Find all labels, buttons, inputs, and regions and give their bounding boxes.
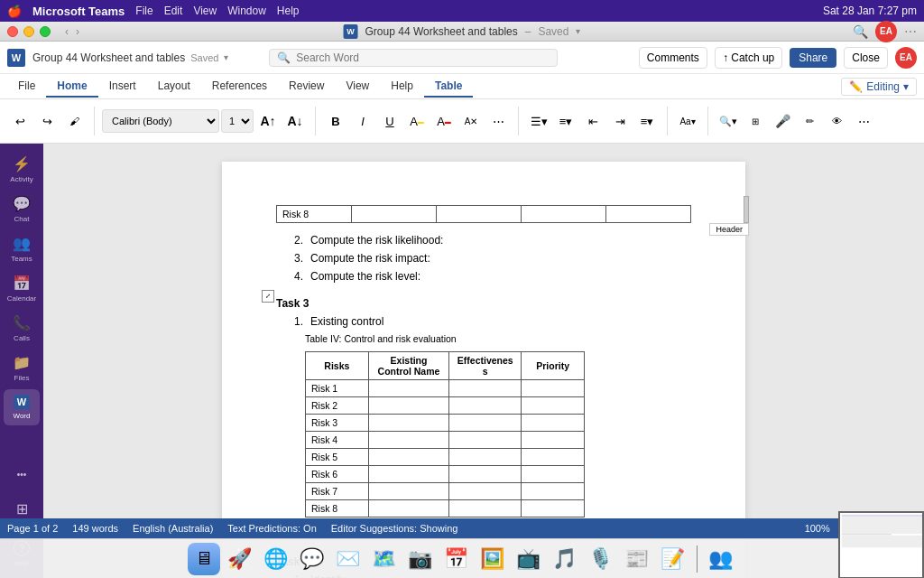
menu-edit[interactable]: Edit: [164, 5, 183, 17]
apps-icon: ⊞: [16, 500, 28, 517]
editor-button[interactable]: ✏: [797, 108, 822, 134]
font-shrink-button[interactable]: A↓: [282, 108, 308, 134]
word-app-icon: W: [14, 395, 30, 409]
dock-messages[interactable]: 💬: [296, 543, 328, 575]
user-avatar-header[interactable]: EA: [895, 47, 917, 69]
traffic-lights: [7, 26, 51, 37]
dock-calendar[interactable]: 📅: [440, 543, 473, 575]
redo-button[interactable]: ↪: [34, 108, 60, 134]
minimize-button[interactable]: [23, 26, 34, 37]
dock-music[interactable]: 🎵: [549, 543, 581, 575]
more-toolbar-button[interactable]: ⋯: [851, 108, 876, 134]
tab-review[interactable]: Review: [278, 76, 335, 98]
document-area[interactable]: ⤢ Risk 8 Header: [43, 144, 924, 578]
dock-mail[interactable]: ✉️: [332, 543, 365, 575]
sidebar-item-more[interactable]: •••: [4, 456, 40, 492]
word-logo: W: [7, 49, 25, 67]
risk-table-partial: Risk 8: [276, 205, 691, 223]
highlight-button[interactable]: A▬: [404, 108, 430, 134]
review-button[interactable]: 👁: [824, 108, 849, 134]
bullets-button[interactable]: ☰▾: [526, 108, 551, 134]
catch-up-button[interactable]: ↑ Catch up: [715, 47, 782, 69]
table-move-handle[interactable]: ⤢: [262, 290, 274, 303]
bold-button[interactable]: B: [323, 108, 348, 134]
find-button[interactable]: 🔍▾: [716, 108, 741, 134]
language: English (Australia): [133, 523, 213, 534]
more-icon-title[interactable]: ⋯: [904, 24, 917, 39]
menu-view[interactable]: View: [193, 5, 217, 17]
dock-safari[interactable]: 🌐: [260, 543, 292, 575]
tab-home[interactable]: Home: [46, 76, 97, 98]
align-button[interactable]: ≡▾: [634, 108, 660, 134]
dock-podcasts[interactable]: 🎙️: [585, 543, 617, 575]
user-avatar[interactable]: EA: [875, 21, 897, 42]
comments-button[interactable]: Comments: [639, 47, 707, 69]
saved-chevron[interactable]: ▾: [576, 26, 580, 36]
font-name-selector[interactable]: Calibri (Body): [102, 109, 219, 133]
dock-facetime[interactable]: 📷: [404, 543, 437, 575]
word-logo-small: W: [344, 24, 358, 39]
tab-references[interactable]: References: [201, 76, 278, 98]
sidebar-item-activity[interactable]: ⚡ Activity: [4, 151, 40, 187]
clear-format-button[interactable]: A✕: [458, 108, 484, 134]
search-icon-title[interactable]: 🔍: [853, 24, 868, 39]
nav-back-icon[interactable]: ‹: [65, 25, 69, 38]
menu-help[interactable]: Help: [277, 5, 300, 17]
doc-chevron[interactable]: ▾: [224, 52, 228, 62]
dock-photos[interactable]: 🖼️: [476, 543, 509, 575]
sidebar-item-word[interactable]: W Word: [4, 389, 40, 425]
undo-button[interactable]: ↩: [7, 108, 32, 134]
main-layout: ⚡ Activity 💬 Chat 👥 Teams 📅 Calendar 📞 C…: [0, 144, 924, 578]
title-bar: ‹ › W Group 44 Worksheet and tables – Sa…: [0, 22, 924, 42]
close-button[interactable]: [7, 26, 18, 37]
sidebar-item-calendar[interactable]: 📅 Calendar: [4, 270, 40, 306]
dock-notes[interactable]: 📝: [657, 543, 689, 575]
title-bar-right: 🔍 EA ⋯: [853, 21, 917, 42]
thumbnail-content: [840, 513, 924, 578]
dock-finder[interactable]: 🖥: [188, 543, 220, 575]
dock-appletv[interactable]: 📺: [513, 543, 545, 575]
table-btn[interactable]: ⊞: [743, 108, 768, 134]
sidebar-item-teams[interactable]: 👥 Teams: [4, 230, 40, 266]
sidebar-item-calls[interactable]: 📞 Calls: [4, 310, 40, 346]
separator-1: [94, 107, 95, 135]
format-painter-button[interactable]: 🖌: [61, 108, 87, 134]
search-word-bar[interactable]: 🔍: [269, 49, 558, 67]
table4-caption: Table IV: Control and risk evaluation: [305, 333, 691, 344]
font-color-button[interactable]: A▬: [431, 108, 457, 134]
font-size-selector[interactable]: 12: [221, 109, 254, 133]
tab-insert[interactable]: Insert: [98, 76, 147, 98]
fullscreen-button[interactable]: [40, 26, 51, 37]
share-button[interactable]: Share: [790, 48, 836, 68]
dock-teams[interactable]: 👥: [705, 543, 737, 575]
saved-status: Saved: [538, 25, 568, 38]
menu-file[interactable]: File: [135, 5, 152, 17]
mic-button[interactable]: 🎤: [770, 108, 795, 134]
dock-maps[interactable]: 🗺️: [368, 543, 401, 575]
search-input[interactable]: [296, 51, 550, 64]
more-font-button[interactable]: ⋯: [485, 108, 511, 134]
tab-file[interactable]: File: [7, 76, 46, 98]
tab-layout[interactable]: Layout: [147, 76, 201, 98]
font-grow-button[interactable]: A↑: [255, 108, 281, 134]
tab-view[interactable]: View: [335, 76, 380, 98]
styles-button[interactable]: Aa▾: [675, 108, 700, 134]
tab-help[interactable]: Help: [380, 76, 424, 98]
numbering-button[interactable]: ≡▾: [553, 108, 578, 134]
indent-button[interactable]: ⇥: [607, 108, 633, 134]
underline-button[interactable]: U: [377, 108, 402, 134]
zoom-level: 100%: [805, 523, 830, 534]
menu-window[interactable]: Window: [227, 5, 266, 17]
outdent-button[interactable]: ⇤: [580, 108, 605, 134]
sidebar-item-chat[interactable]: 💬 Chat: [4, 191, 40, 227]
tab-table[interactable]: Table: [424, 76, 473, 98]
sidebar-item-files[interactable]: 📁 Files: [4, 350, 40, 386]
nav-forward-icon[interactable]: ›: [76, 25, 79, 38]
risk3-cell: Risk 3: [306, 415, 369, 432]
dock-launchpad[interactable]: 🚀: [224, 543, 256, 575]
close-word-button[interactable]: Close: [844, 47, 888, 69]
dock-news[interactable]: 📰: [621, 543, 653, 575]
table4-header-control: Existing Control Name: [368, 352, 449, 380]
italic-button[interactable]: I: [350, 108, 375, 134]
editing-mode-button[interactable]: ✏️ Editing ▾: [841, 78, 917, 96]
